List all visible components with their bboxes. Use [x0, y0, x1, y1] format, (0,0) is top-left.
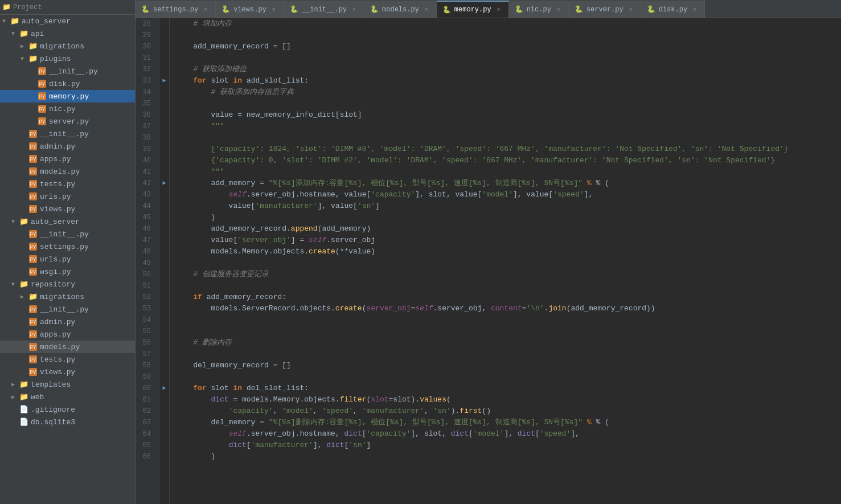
tree-file-icon: py — [28, 130, 38, 138]
tab-icon: 🐍 — [370, 5, 379, 14]
tree-item-views_repo[interactable]: pyviews.py — [0, 366, 135, 378]
tree-item-urls_py2[interactable]: pyurls.py — [0, 253, 135, 265]
tree-item-label: models.py — [40, 167, 80, 176]
tree-item-views_py[interactable]: pyviews.py — [0, 203, 135, 215]
tree-item-urls_py[interactable]: pyurls.py — [0, 190, 135, 203]
code-line: value['manufacturer'], value['sn'] — [175, 200, 835, 212]
tree-item-repository[interactable]: ▼📁repository — [0, 278, 135, 290]
line-number: 48 — [136, 246, 155, 257]
code-line: """ — [175, 166, 835, 178]
gutter-cell — [159, 314, 169, 326]
tab-label: server.py — [586, 6, 623, 14]
tree-item-tests_py[interactable]: pytests.py — [0, 178, 135, 190]
tree-item-server_py[interactable]: pyserver.py — [0, 115, 135, 128]
tree-item-migrations[interactable]: ▶📁migrations — [0, 40, 135, 52]
tab-close-button[interactable]: × — [495, 6, 503, 13]
tree-file-icon: py — [28, 318, 38, 326]
tree-item-templates[interactable]: ▶📁templates — [0, 378, 135, 391]
tree-item-auto_server2[interactable]: ▼📁auto_server — [0, 215, 135, 228]
tree-item-label: disk.py — [49, 80, 80, 88]
tree-item-sqlite3[interactable]: 📄db.sqlite3 — [0, 416, 135, 428]
code-line — [175, 326, 835, 337]
tab-close-button[interactable]: × — [691, 6, 699, 13]
tab-memory-py[interactable]: 🐍memory.py× — [437, 1, 509, 18]
gutter-cell — [159, 144, 169, 155]
code-line: # 获取添加内存信息字典 — [175, 87, 835, 98]
tree-item-label: web — [31, 393, 44, 401]
tab-settings-py[interactable]: 🐍settings.py× — [136, 1, 216, 18]
tree-item-label: migrations — [40, 293, 84, 301]
tab-__init__-py[interactable]: 🐍__init__.py× — [284, 1, 364, 18]
tab-views-py[interactable]: 🐍views.py× — [216, 1, 284, 18]
tab-disk-py[interactable]: 🐍disk.py× — [641, 1, 705, 18]
tree-item-tests_repo[interactable]: pytests.py — [0, 353, 135, 366]
project-header[interactable]: 📁 Project — [0, 0, 135, 15]
tree-file-icon: py — [28, 205, 38, 213]
tab-close-button[interactable]: × — [627, 6, 635, 13]
tab-close-button[interactable]: × — [422, 6, 430, 13]
tab-close-button[interactable]: × — [202, 6, 210, 13]
tree-item-web[interactable]: ▶📁web — [0, 391, 135, 403]
line-number: 51 — [136, 280, 155, 292]
tree-file-icon: py — [28, 167, 38, 175]
code-line: add_memory = "%[%s]添加内存:容量[%s], 槽位[%s], … — [175, 178, 835, 189]
line-number: 55 — [136, 326, 155, 337]
tree-item-api[interactable]: ▼📁api — [0, 27, 135, 40]
gutter-cell — [159, 337, 169, 349]
code-line: for slot in add_slot_list: — [175, 75, 835, 87]
tree-item-settings_py[interactable]: pysettings.py — [0, 240, 135, 253]
code-line: value = new_memory_info_dict[slot] — [175, 109, 835, 121]
tree-file-icon: py — [38, 67, 47, 75]
tab-close-button[interactable]: × — [350, 6, 358, 13]
gutter-cell — [159, 166, 169, 178]
tree-file-icon: 📁 — [19, 29, 28, 38]
gutter-cell — [159, 98, 169, 109]
tree-item-admin_py[interactable]: pyadmin.py — [0, 140, 135, 153]
tab-icon: 🐍 — [515, 5, 523, 14]
tree-item-label: models.py — [40, 343, 80, 351]
tree-item-init_repo[interactable]: py__init__.py — [0, 303, 135, 315]
tree-item-wsgi_py[interactable]: pywsgi.py — [0, 265, 135, 278]
tree-item-plugins[interactable]: ▼📁plugins — [0, 52, 135, 65]
gutter-cell — [159, 371, 169, 383]
tree-item-auto_server_root[interactable]: ▼📁auto_server — [0, 15, 135, 27]
tree-item-init_as[interactable]: py__init__.py — [0, 228, 135, 240]
tree-item-nic_py[interactable]: pynic.py — [0, 103, 135, 115]
tree-item-init_plugins[interactable]: py__init__.py — [0, 65, 135, 77]
tree-file-icon: 📁 — [19, 217, 28, 226]
tree-item-migrations2[interactable]: ▶📁migrations — [0, 290, 135, 303]
tree-item-init_api[interactable]: py__init__.py — [0, 128, 135, 140]
tree-file-icon: py — [38, 80, 47, 88]
tab-label: disk.py — [659, 6, 687, 14]
tree-item-admin_repo[interactable]: pyadmin.py — [0, 315, 135, 328]
tab-server-py[interactable]: 🐍server.py× — [569, 1, 641, 18]
code-editor[interactable]: 2829303132333435363738394041424344454647… — [136, 18, 841, 504]
tree-item-models_py[interactable]: pymodels.py — [0, 165, 135, 178]
tab-label: memory.py — [454, 6, 491, 14]
tree-item-models_repo[interactable]: pymodels.py — [0, 341, 135, 353]
code-line: ) — [175, 212, 835, 223]
gutter-cell — [159, 292, 169, 303]
tree-item-disk_py[interactable]: pydisk.py — [0, 77, 135, 90]
tree-item-memory_py[interactable]: pymemory.py — [0, 90, 135, 103]
tree-arrow-icon: ▼ — [11, 31, 19, 37]
tab-label: views.py — [233, 6, 266, 14]
editor-area: 🐍settings.py×🐍views.py×🐍__init__.py×🐍mod… — [136, 0, 841, 504]
tab-close-button[interactable]: × — [270, 6, 278, 13]
line-number: 49 — [136, 257, 155, 269]
line-number: 34 — [136, 87, 155, 98]
tab-close-button[interactable]: × — [555, 6, 563, 13]
tree-file-icon: py — [38, 105, 47, 113]
tab-nic-py[interactable]: 🐍nic.py× — [509, 1, 569, 18]
code-line: ['capacity': 1024, 'slot': 'DIMM #0', 'm… — [175, 144, 835, 155]
code-line: {'capacity': 0, 'slot': 'DIMM #2', 'mode… — [175, 155, 835, 166]
tab-models-py[interactable]: 🐍models.py× — [364, 1, 437, 18]
sidebar: 📁 Project ▼📁auto_server▼📁api▶📁migrations… — [0, 0, 136, 504]
tree-item-apps_repo[interactable]: pyapps.py — [0, 328, 135, 341]
tree-item-label: auto_server — [22, 17, 71, 26]
code-line: for slot in del_slot_list: — [175, 383, 835, 394]
tree-item-apps_py[interactable]: pyapps.py — [0, 153, 135, 165]
project-label: Project — [13, 3, 42, 11]
line-number: 61 — [136, 394, 155, 405]
tree-item-gitignore[interactable]: 📄.gitignore — [0, 403, 135, 416]
